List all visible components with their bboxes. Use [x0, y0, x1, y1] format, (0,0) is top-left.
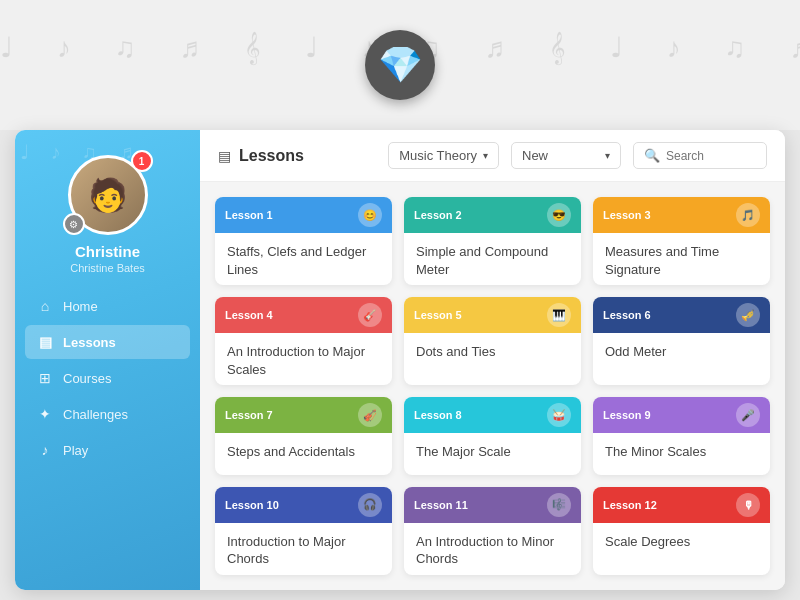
lesson-body-6: Odd Meter — [593, 333, 770, 375]
subject-filter-dropdown[interactable]: Music Theory ▾ — [388, 142, 499, 169]
lesson-header-5: Lesson 5 🎹 — [404, 297, 581, 333]
lesson-body-1: Staffs, Clefs and Ledger Lines — [215, 233, 392, 285]
lessons-header-icon: ▤ — [218, 148, 231, 164]
sidebar-item-home[interactable]: ⌂ Home — [25, 289, 190, 323]
lesson-title-7: Steps and Accidentals — [227, 443, 380, 461]
lesson-avatar-12: 🎙 — [736, 493, 760, 517]
lesson-header-8: Lesson 8 🥁 — [404, 397, 581, 433]
lesson-avatar-7: 🎻 — [358, 403, 382, 427]
lesson-card-8[interactable]: Lesson 8 🥁 The Major Scale — [404, 397, 581, 475]
lesson-header-4: Lesson 4 🎸 — [215, 297, 392, 333]
play-nav-icon: ♪ — [37, 442, 53, 458]
home-nav-label: Home — [63, 299, 98, 314]
lesson-header-9: Lesson 9 🎤 — [593, 397, 770, 433]
lesson-title-6: Odd Meter — [605, 343, 758, 361]
subject-filter-arrow: ▾ — [483, 150, 488, 161]
lesson-number-12: Lesson 12 — [603, 499, 657, 511]
lesson-header-10: Lesson 10 🎧 — [215, 487, 392, 523]
sidebar-item-courses[interactable]: ⊞ Courses — [25, 361, 190, 395]
lesson-body-7: Steps and Accidentals — [215, 433, 392, 475]
sidebar-item-lessons[interactable]: ▤ Lessons — [25, 325, 190, 359]
lesson-number-2: Lesson 2 — [414, 209, 462, 221]
sort-filter-arrow: ▾ — [605, 150, 610, 161]
lesson-avatar-5: 🎹 — [547, 303, 571, 327]
notification-badge: 1 — [131, 150, 153, 172]
lesson-card-9[interactable]: Lesson 9 🎤 The Minor Scales — [593, 397, 770, 475]
avatar-container: 🧑 1 ⚙ — [68, 155, 148, 235]
play-nav-label: Play — [63, 443, 88, 458]
lesson-header-11: Lesson 11 🎼 — [404, 487, 581, 523]
lesson-card-3[interactable]: Lesson 3 🎵 Measures and Time Signature — [593, 197, 770, 285]
lessons-nav-label: Lessons — [63, 335, 116, 350]
challenges-nav-label: Challenges — [63, 407, 128, 422]
sidebar-item-challenges[interactable]: ✦ Challenges — [25, 397, 190, 431]
user-subtitle: Christine Bates — [70, 262, 145, 274]
lesson-body-3: Measures and Time Signature — [593, 233, 770, 285]
lesson-body-11: An Introduction to Minor Chords — [404, 523, 581, 575]
lesson-title-10: Introduction to Major Chords — [227, 533, 380, 568]
lesson-header-7: Lesson 7 🎻 — [215, 397, 392, 433]
user-name: Christine — [75, 243, 140, 260]
settings-icon[interactable]: ⚙ — [63, 213, 85, 235]
lesson-avatar-6: 🎺 — [736, 303, 760, 327]
lessons-grid: Lesson 1 😊 Staffs, Clefs and Ledger Line… — [200, 182, 785, 590]
search-box[interactable]: 🔍 — [633, 142, 767, 169]
content-header: ▤ Lessons Music Theory ▾ New ▾ 🔍 — [200, 130, 785, 182]
lesson-title-12: Scale Degrees — [605, 533, 758, 551]
lesson-body-9: The Minor Scales — [593, 433, 770, 475]
lesson-avatar-3: 🎵 — [736, 203, 760, 227]
lesson-avatar-2: 😎 — [547, 203, 571, 227]
search-input[interactable] — [666, 149, 756, 163]
lesson-avatar-4: 🎸 — [358, 303, 382, 327]
lesson-number-5: Lesson 5 — [414, 309, 462, 321]
sidebar-item-play[interactable]: ♪ Play — [25, 433, 190, 467]
lesson-card-11[interactable]: Lesson 11 🎼 An Introduction to Minor Cho… — [404, 487, 581, 575]
lesson-body-12: Scale Degrees — [593, 523, 770, 565]
lesson-avatar-8: 🥁 — [547, 403, 571, 427]
lesson-avatar-9: 🎤 — [736, 403, 760, 427]
sort-filter-dropdown[interactable]: New ▾ — [511, 142, 621, 169]
app-container: 🧑 1 ⚙ Christine Christine Bates ⌂ Home ▤… — [15, 130, 785, 590]
lesson-card-10[interactable]: Lesson 10 🎧 Introduction to Major Chords — [215, 487, 392, 575]
nav-menu: ⌂ Home ▤ Lessons ⊞ Courses ✦ Challenges … — [15, 289, 200, 469]
lesson-number-11: Lesson 11 — [414, 499, 468, 511]
page-title: Lessons — [239, 147, 304, 165]
lesson-card-5[interactable]: Lesson 5 🎹 Dots and Ties — [404, 297, 581, 385]
lesson-number-10: Lesson 10 — [225, 499, 279, 511]
lesson-card-1[interactable]: Lesson 1 😊 Staffs, Clefs and Ledger Line… — [215, 197, 392, 285]
lesson-card-6[interactable]: Lesson 6 🎺 Odd Meter — [593, 297, 770, 385]
lesson-number-9: Lesson 9 — [603, 409, 651, 421]
lesson-title-11: An Introduction to Minor Chords — [416, 533, 569, 568]
main-content: ▤ Lessons Music Theory ▾ New ▾ 🔍 Lesson … — [200, 130, 785, 590]
challenges-nav-icon: ✦ — [37, 406, 53, 422]
lessons-nav-icon: ▤ — [37, 334, 53, 350]
lesson-card-12[interactable]: Lesson 12 🎙 Scale Degrees — [593, 487, 770, 575]
header-title-section: ▤ Lessons — [218, 147, 376, 165]
lesson-number-8: Lesson 8 — [414, 409, 462, 421]
search-icon: 🔍 — [644, 148, 660, 163]
lesson-avatar-1: 😊 — [358, 203, 382, 227]
lesson-body-8: The Major Scale — [404, 433, 581, 475]
lesson-card-4[interactable]: Lesson 4 🎸 An Introduction to Major Scal… — [215, 297, 392, 385]
lesson-card-7[interactable]: Lesson 7 🎻 Steps and Accidentals — [215, 397, 392, 475]
app-logo: 💎 — [365, 30, 435, 100]
gem-icon: 💎 — [378, 44, 423, 86]
lesson-body-4: An Introduction to Major Scales — [215, 333, 392, 385]
lesson-avatar-10: 🎧 — [358, 493, 382, 517]
sidebar: 🧑 1 ⚙ Christine Christine Bates ⌂ Home ▤… — [15, 130, 200, 590]
lesson-number-4: Lesson 4 — [225, 309, 273, 321]
lesson-header-12: Lesson 12 🎙 — [593, 487, 770, 523]
sort-filter-label: New — [522, 148, 548, 163]
lesson-card-2[interactable]: Lesson 2 😎 Simple and Compound Meter — [404, 197, 581, 285]
lesson-title-8: The Major Scale — [416, 443, 569, 461]
lesson-title-5: Dots and Ties — [416, 343, 569, 361]
lesson-header-2: Lesson 2 😎 — [404, 197, 581, 233]
lesson-header-1: Lesson 1 😊 — [215, 197, 392, 233]
lesson-number-1: Lesson 1 — [225, 209, 273, 221]
lesson-title-1: Staffs, Clefs and Ledger Lines — [227, 243, 380, 278]
lesson-title-4: An Introduction to Major Scales — [227, 343, 380, 378]
lesson-number-3: Lesson 3 — [603, 209, 651, 221]
home-nav-icon: ⌂ — [37, 298, 53, 314]
courses-nav-label: Courses — [63, 371, 111, 386]
lesson-avatar-11: 🎼 — [547, 493, 571, 517]
